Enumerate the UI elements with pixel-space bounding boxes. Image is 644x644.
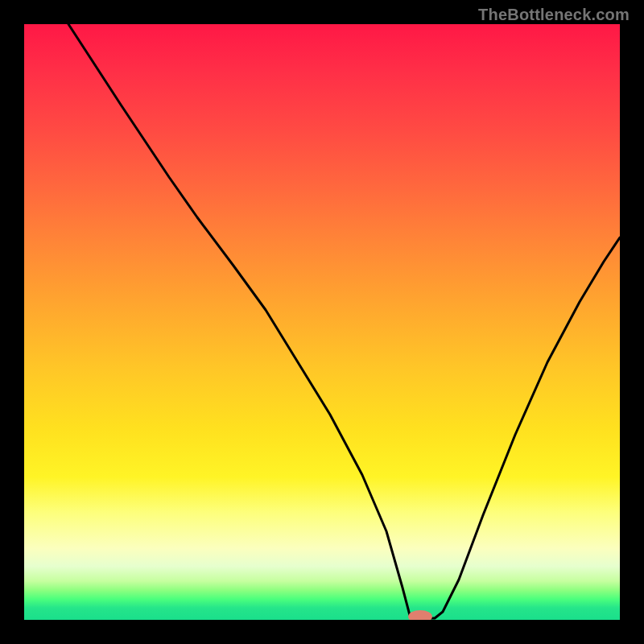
attribution-text: TheBottleneck.com — [478, 6, 630, 24]
chart-frame: TheBottleneck.com — [0, 0, 644, 644]
bottleneck-curve — [68, 24, 620, 618]
plot-area — [24, 24, 620, 620]
chart-svg — [24, 24, 620, 620]
optimum-marker — [408, 610, 432, 620]
